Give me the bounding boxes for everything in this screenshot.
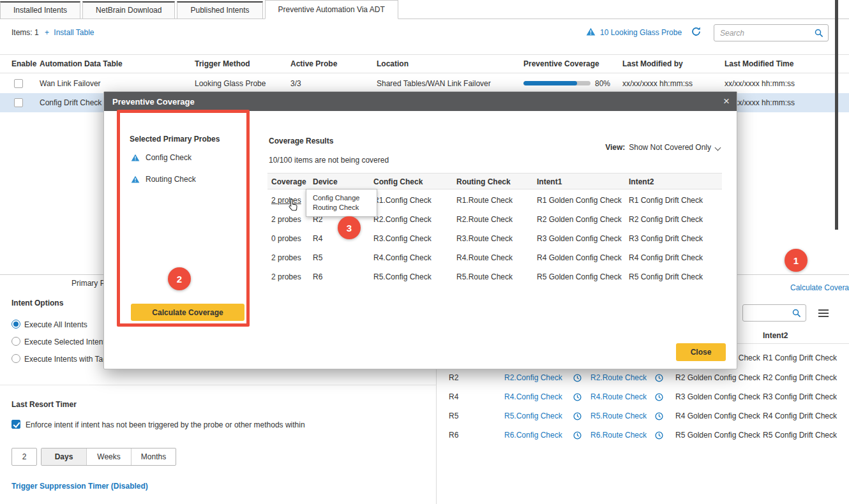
- install-table-label: Install Table: [54, 28, 94, 37]
- config-check-link[interactable]: R2.Config Check: [504, 373, 562, 382]
- annotation-step3-badge: 3: [338, 216, 361, 239]
- device-intent-row: R4 R4.Config Check R4.Route Check R3 Gol…: [0, 387, 849, 406]
- active-probe-cell: 3/3: [290, 79, 301, 88]
- intent2-cell: R2 Config Drift Check: [629, 215, 703, 224]
- close-button[interactable]: Close: [676, 343, 726, 361]
- routing-check-cell: R3.Route Check: [456, 234, 513, 243]
- timer-value-input[interactable]: [11, 448, 37, 466]
- coverage-cell: 2 probes: [271, 215, 301, 224]
- config-check-cell: R1.Config Check: [373, 196, 432, 205]
- clock-icon[interactable]: [573, 412, 582, 420]
- tooltip-line: Routing Check: [313, 203, 370, 212]
- tab-published-intents[interactable]: Published Intents: [177, 1, 262, 19]
- intent2-cell: R4 Config Drift Check: [763, 411, 837, 420]
- device-intent-row: R6 R6.Config Check R6.Route Check R5 Gol…: [0, 426, 849, 445]
- device-cell: R2: [449, 373, 458, 382]
- tab-label: NetBrain Download: [96, 6, 162, 15]
- intent1-cell: R2 Golden Config Check: [537, 215, 622, 224]
- intent1-cell: R3 Golden Config Check: [537, 234, 622, 243]
- probe-alert-link[interactable]: 10 Looking Glass Probe: [600, 28, 682, 37]
- probe-tooltip: Config Change Routing Check: [306, 189, 377, 217]
- unit-days[interactable]: Days: [41, 448, 86, 465]
- routing-check-cell: R1.Route Check: [456, 196, 513, 205]
- radio-execute-selected-intents[interactable]: [11, 337, 20, 346]
- tab-label: Installed Intents: [13, 6, 67, 15]
- route-check-link[interactable]: R2.Route Check: [590, 373, 647, 382]
- device-cell: R4: [313, 234, 322, 243]
- calculate-coverage-link[interactable]: Calculate Coverage: [790, 283, 849, 292]
- hand-cursor-icon: [287, 198, 299, 212]
- col-active-probe-header: Active Probe: [290, 59, 337, 68]
- chevron-down-icon: [715, 144, 721, 151]
- modal-title: Preventive Coverage: [112, 97, 195, 107]
- clock-icon[interactable]: [655, 393, 663, 401]
- clock-icon[interactable]: [655, 412, 663, 420]
- tab-preventive-automation-adt[interactable]: Preventive Automation Via ADT: [265, 0, 398, 19]
- timer-unit-selector: Days Weeks Months: [41, 448, 176, 466]
- intent2-cell: R5 Config Drift Check: [763, 431, 837, 440]
- clock-icon[interactable]: [655, 374, 663, 382]
- intent1-cell: R5 Golden Config Check: [537, 272, 622, 281]
- intent2-cell: R1 Config Drift Check: [629, 196, 703, 205]
- clock-icon[interactable]: [655, 431, 663, 440]
- col-trigger-header: Trigger Method: [195, 59, 250, 68]
- config-check-link[interactable]: R6.Config Check: [504, 431, 562, 440]
- device-intent-row: R2 R2.Config Check R2.Route Check R2 Gol…: [0, 368, 849, 387]
- trigger-suppression-link[interactable]: Trigger Suppression Timer (Disabled): [11, 482, 148, 491]
- close-icon[interactable]: ×: [723, 95, 730, 108]
- unit-months[interactable]: Months: [131, 448, 176, 465]
- annotation-step2-badge: 2: [168, 267, 191, 290]
- row-checkbox[interactable]: [14, 79, 23, 88]
- intent2-cell: R5 Config Drift Check: [629, 272, 703, 281]
- intent1-cell: R4 Golden Config Check: [675, 411, 760, 420]
- clock-icon[interactable]: [573, 431, 582, 440]
- menu-icon[interactable]: [818, 308, 829, 319]
- install-table-button[interactable]: + Install Table: [45, 28, 94, 37]
- route-check-link[interactable]: R4.Route Check: [590, 392, 647, 401]
- clock-icon[interactable]: [573, 374, 582, 382]
- search-box: [714, 24, 829, 41]
- intent2-cell: R4 Config Drift Check: [629, 253, 703, 262]
- coverage-result-row: 0 probes R4 R3.Config Check R3.Route Che…: [267, 229, 722, 248]
- search-input[interactable]: [714, 25, 828, 41]
- view-dropdown[interactable]: View: Show Not Covered Only: [605, 143, 720, 152]
- routing-check-cell: R5.Route Check: [456, 272, 513, 281]
- intent2-cell: R2 Config Drift Check: [763, 373, 837, 382]
- radio-execute-all-intents[interactable]: [11, 320, 20, 329]
- config-check-cell: R2.Config Check: [373, 215, 432, 224]
- config-check-link[interactable]: R5.Config Check: [504, 411, 562, 420]
- adt-name-cell: Wan Link Failover: [40, 79, 101, 88]
- unit-weeks[interactable]: Weeks: [86, 448, 131, 465]
- config-check-cell: R5.Config Check: [373, 272, 432, 281]
- col-adt-header: Automation Data Table: [40, 59, 123, 68]
- modal-header[interactable]: Preventive Coverage ×: [104, 92, 737, 111]
- annotation-step2-box: [117, 110, 250, 327]
- warning-triangle-icon: [586, 27, 596, 36]
- coverage-summary: 10/100 items are not being covered: [269, 156, 389, 165]
- route-check-link[interactable]: R6.Route Check: [590, 431, 647, 440]
- row-checkbox[interactable]: [14, 98, 23, 107]
- search-icon[interactable]: [792, 309, 801, 318]
- search-icon[interactable]: [815, 29, 823, 38]
- radio-label: Execute Selected Intents: [24, 337, 109, 346]
- intent2-cell: R1 Config Drift Check: [763, 353, 837, 362]
- coverage-results-heading: Coverage Results: [269, 137, 333, 145]
- clock-icon[interactable]: [573, 393, 582, 401]
- config-check-link[interactable]: R4.Config Check: [504, 392, 562, 401]
- tab-installed-intents[interactable]: Installed Intents: [0, 1, 80, 19]
- col-coverage: Coverage: [271, 177, 306, 186]
- tab-netbrain-download[interactable]: NetBrain Download: [82, 1, 175, 19]
- route-check-link[interactable]: R5.Route Check: [590, 411, 647, 420]
- coverage-result-row: 2 probes R6 R5.Config Check R5.Route Che…: [267, 267, 722, 286]
- tab-label: Preventive Automation Via ADT: [278, 5, 385, 14]
- tab-bar: Installed Intents NetBrain Download Publ…: [0, 0, 849, 19]
- intent1-cell: R1 Golden Config Check: [537, 196, 622, 205]
- refresh-icon[interactable]: [691, 26, 702, 37]
- annotation-step1-badge: 1: [785, 249, 808, 272]
- detail-col-intent2: Intent2: [763, 331, 788, 340]
- intent1-cell: R4 Golden Config Check: [537, 253, 622, 262]
- modified-time-cell: xx/xx/xxxx hh:mm:ss: [725, 79, 795, 88]
- tooltip-line: Config Change: [313, 193, 370, 203]
- col-routing-check: Routing Check: [456, 177, 511, 186]
- radio-label: Execute All Intents: [24, 320, 87, 329]
